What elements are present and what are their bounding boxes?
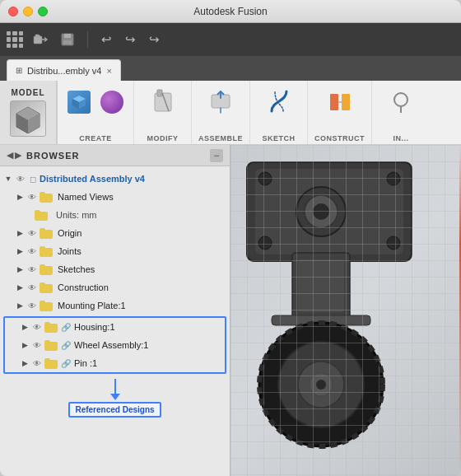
svg-point-34 [278, 342, 364, 427]
arrow-head [110, 394, 120, 400]
inspect-tool-button[interactable] [386, 86, 416, 119]
main-content: ◀ ▶ BROWSER − ▼ 👁 ◻ Distributed Assembly… [0, 145, 461, 476]
expand-icon[interactable]: ▶ [15, 192, 25, 202]
tree-item-wheel-assembly[interactable]: ▶ 👁 🔗 Wheel Assembly:1 [5, 336, 225, 354]
svg-point-26 [296, 187, 346, 236]
svg-rect-0 [34, 36, 42, 44]
browser-collapse-button[interactable]: − [210, 149, 223, 162]
expand-icon[interactable]: ▶ [15, 246, 25, 256]
save-button[interactable] [58, 31, 77, 48]
redo-button[interactable]: ↪ [122, 30, 139, 49]
eye-icon[interactable]: 👁 [26, 264, 38, 275]
svg-line-44 [296, 401, 305, 409]
expand-icon[interactable]: ▶ [15, 301, 25, 310]
nav-left-icon[interactable]: ◀ [7, 150, 13, 161]
expand-icon[interactable]: ▶ [15, 228, 25, 238]
eye-icon[interactable]: 👁 [26, 282, 38, 293]
create-buttons [64, 86, 127, 119]
svg-line-42 [296, 360, 305, 368]
eye-icon[interactable]: 👁 [26, 191, 38, 203]
expand-icon[interactable]: ▼ [3, 174, 13, 184]
svg-point-32 [259, 323, 383, 446]
svg-line-43 [338, 401, 346, 409]
tree-root[interactable]: ▼ 👁 ◻ Distributed Assembly v4 [0, 170, 230, 188]
construct-label: CONSTRUCT [314, 134, 365, 142]
eye-icon[interactable]: 👁 [31, 357, 43, 369]
referenced-designs-label: Referenced Designs [68, 402, 161, 418]
undo-button[interactable]: ↩ [98, 30, 115, 49]
construct-tool-button[interactable] [325, 86, 355, 119]
eye-icon[interactable]: 👁 [26, 227, 38, 239]
browser-controls: − [210, 149, 223, 162]
svg-rect-3 [63, 40, 72, 44]
close-button[interactable] [8, 7, 18, 16]
expand-icon[interactable]: ▶ [15, 282, 25, 292]
ribbon-group-modify: MODIFY [134, 81, 192, 144]
spacer [23, 210, 33, 220]
redo2-button[interactable]: ↪ [146, 30, 163, 49]
svg-rect-31 [272, 315, 370, 325]
folder-icon [40, 246, 53, 257]
arrow-line [114, 379, 116, 394]
browser-header: ◀ ▶ BROWSER − [0, 145, 230, 166]
expand-icon[interactable]: ▶ [20, 340, 30, 350]
svg-rect-20 [247, 162, 412, 261]
expand-icon[interactable]: ▶ [15, 264, 25, 274]
tree-item-origin[interactable]: ▶ 👁 Origin [0, 224, 230, 242]
box-tool-button[interactable] [64, 86, 94, 119]
eye-icon[interactable]: 👁 [15, 173, 26, 184]
assemble-tool-button[interactable] [206, 86, 235, 119]
expand-icon[interactable]: ▶ [20, 358, 30, 368]
mounting-plate-label: Mounting Plate:1 [58, 301, 230, 310]
eye-icon[interactable]: 👁 [26, 300, 38, 311]
tree-item-construction[interactable]: ▶ 👁 Construction [0, 278, 230, 296]
minimize-button[interactable] [23, 7, 33, 16]
tree-item-named-views[interactable]: ▶ 👁 Named Views [0, 188, 230, 206]
modify-buttons [148, 86, 178, 119]
create-label: CREATE [79, 134, 111, 142]
assemble-label: ASSEMBLE [198, 134, 243, 142]
app-title: Autodesk Fusion [193, 6, 267, 17]
tree-item-housing[interactable]: ▶ 👁 🔗 Housing:1 [5, 318, 225, 336]
tree-item-pin[interactable]: ▶ 👁 🔗 Pin :1 [5, 354, 225, 372]
svg-point-25 [387, 236, 400, 250]
apps-grid-icon[interactable] [7, 31, 23, 48]
svg-rect-21 [255, 169, 403, 254]
eye-icon[interactable]: 👁 [26, 245, 38, 257]
open-button[interactable] [30, 30, 51, 49]
svg-point-37 [316, 380, 326, 390]
svg-point-23 [387, 172, 400, 185]
main-tab[interactable]: ⊞ Distribu...embly v4 × [7, 59, 121, 81]
file-tree: ▼ 👁 ◻ Distributed Assembly v4 ▶ 👁 Named … [0, 166, 230, 476]
tree-item-mounting-plate[interactable]: ▶ 👁 Mounting Plate:1 [0, 296, 230, 315]
nav-right-icon[interactable]: ▶ [15, 150, 21, 161]
svg-point-28 [313, 203, 329, 220]
toolbar: ↩ ↪ ↪ [0, 23, 461, 56]
tree-item-joints[interactable]: ▶ 👁 Joints [0, 242, 230, 260]
eye-icon[interactable]: 👁 [31, 339, 43, 351]
sketches-label: Sketches [58, 264, 230, 274]
model-icon [10, 100, 46, 137]
folder-icon [40, 192, 53, 203]
svg-point-27 [305, 195, 338, 228]
folder-icon [44, 322, 58, 333]
toolbar-separator [87, 31, 88, 48]
modify-tool-button[interactable] [148, 86, 178, 119]
sphere-tool-button[interactable] [97, 86, 127, 119]
tab-close-button[interactable]: × [106, 66, 111, 76]
ribbon: MODEL [0, 81, 461, 145]
3d-viewport[interactable] [230, 145, 461, 476]
svg-point-35 [298, 362, 344, 408]
tree-item-units[interactable]: Units: mm [0, 206, 230, 224]
maximize-button[interactable] [38, 7, 48, 16]
svg-rect-13 [157, 90, 162, 96]
eye-icon[interactable]: 👁 [31, 321, 43, 333]
expand-icon[interactable]: ▶ [20, 322, 30, 332]
ribbon-section-model[interactable]: MODEL [0, 81, 58, 144]
doc-icon: ◻ [30, 175, 36, 184]
tab-label: Distribu...embly v4 [27, 66, 101, 76]
sketch-tool-button[interactable] [264, 86, 294, 119]
tree-item-sketches[interactable]: ▶ 👁 Sketches [0, 260, 230, 278]
ribbon-group-create: CREATE [58, 81, 134, 144]
units-label: Units: mm [53, 210, 230, 220]
